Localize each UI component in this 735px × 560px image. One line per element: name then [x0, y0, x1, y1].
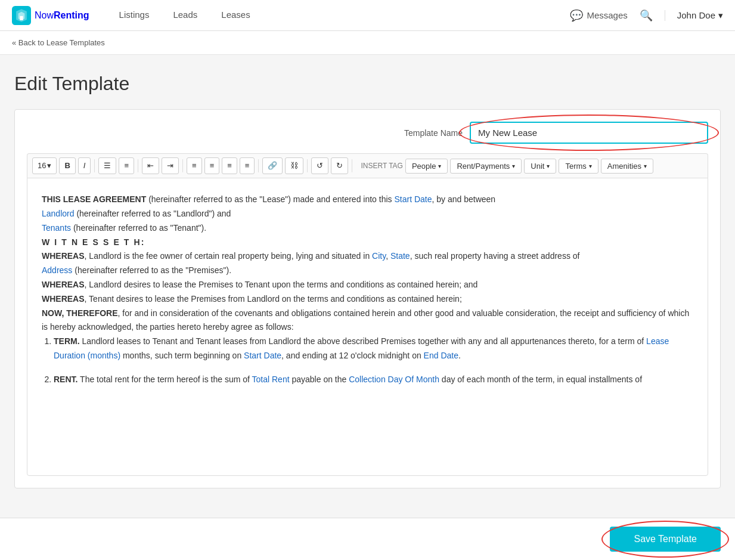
paragraph-8: WHEREAS, Tenant desires to lease the Pre… [42, 292, 693, 307]
separator-6 [352, 159, 352, 172]
outdent-button[interactable]: ⇤ [142, 157, 159, 174]
indent-button[interactable]: ⇥ [162, 157, 179, 174]
tag-end-date[interactable]: End Date [424, 351, 458, 360]
paragraph-7: WHEREAS, Landlord desires to lease the P… [42, 278, 693, 292]
terms-label: Terms [565, 162, 586, 171]
font-size-arrow: ▾ [47, 160, 51, 171]
amenities-tag-button[interactable]: Amenities ▾ [601, 159, 653, 174]
tag-city[interactable]: City [372, 251, 386, 261]
lease-list: TERM. Landlord leases to Tenant and Tena… [54, 335, 693, 386]
terms-tag-button[interactable]: Terms ▾ [559, 159, 598, 174]
paragraph-3: Tenants (hereinafter referred to as "Ten… [42, 221, 693, 236]
paragraph-6: Address (hereinafter referred to as the … [42, 264, 693, 278]
list-item-term: TERM. Landlord leases to Tenant and Tena… [54, 335, 693, 363]
chevron-down-icon: ▾ [718, 10, 723, 21]
navbar: NowRenting Listings Leads Leases 💬 Messa… [0, 0, 735, 31]
paragraph-1: THIS LEASE AGREEMENT (hereinafter referr… [42, 193, 693, 207]
rent-payments-label: Rent/Payments [457, 162, 510, 171]
messages-label: Messages [587, 10, 627, 20]
separator-4 [258, 159, 259, 172]
page-title: Edit Template [14, 73, 721, 95]
nav-messages[interactable]: 💬 Messages [570, 9, 627, 22]
people-chevron-icon: ▾ [438, 163, 441, 169]
list-item-rent: RENT. The total rent for the term hereof… [54, 373, 693, 387]
nav-right: 💬 Messages 🔍 John Doe ▾ [570, 9, 723, 22]
nav-links: Listings Leads Leases [107, 0, 570, 31]
user-name: John Doe [677, 10, 715, 20]
tag-landlord[interactable]: Landlord [42, 209, 75, 218]
tag-tenants[interactable]: Tenants [42, 223, 71, 233]
paragraph-9: NOW, THEREFORE, for and in consideration… [42, 307, 693, 335]
tag-collection-day[interactable]: Collection Day Of Month [349, 375, 439, 384]
font-size-value: 16 [38, 160, 46, 171]
tag-state[interactable]: State [390, 251, 410, 261]
rent-payments-tag-button[interactable]: Rent/Payments ▾ [450, 159, 522, 174]
template-name-label: Template Name [404, 128, 463, 138]
tag-address[interactable]: Address [42, 265, 72, 275]
toolbar: 16 ▾ B I ☰ ≡ ⇤ ⇥ ≡ ≡ ≡ ≡ 🔗 ⛓ ↺ [27, 153, 708, 178]
insert-tag-label: INSERT TAG [361, 162, 402, 170]
unit-chevron-icon: ▾ [547, 163, 550, 169]
unit-tag-button[interactable]: Unit ▾ [524, 159, 556, 174]
rent-payments-chevron-icon: ▾ [512, 163, 515, 169]
template-name-input[interactable] [470, 122, 708, 144]
nav-leads[interactable]: Leads [161, 0, 209, 31]
ordered-list-button[interactable]: ≡ [119, 157, 134, 174]
separator-3 [182, 159, 183, 172]
paragraph-4: W I T N E S S E T H: [42, 236, 693, 250]
back-to-lease-templates[interactable]: « Back to Lease Templates [12, 38, 105, 47]
tag-start-date-1[interactable]: Start Date [394, 194, 432, 204]
paragraph-5: WHEREAS, Landlord is the fee owner of ce… [42, 249, 693, 264]
svg-rect-1 [20, 16, 23, 20]
separator-1 [94, 159, 95, 172]
template-name-row: Template Name [27, 122, 708, 144]
amenities-chevron-icon: ▾ [644, 163, 647, 169]
tag-total-rent[interactable]: Total Rent [252, 375, 290, 384]
amenities-label: Amenities [607, 162, 641, 171]
messages-icon: 💬 [570, 9, 583, 22]
template-name-input-wrapper [470, 122, 708, 144]
font-size-select[interactable]: 16 ▾ [32, 157, 57, 174]
brand-icon [12, 6, 31, 25]
separator-5 [307, 159, 308, 172]
search-icon[interactable]: 🔍 [640, 9, 653, 22]
unit-label: Unit [531, 162, 544, 171]
redo-button[interactable]: ↻ [331, 157, 348, 174]
paragraph-2: Landlord (hereinafter referred to as "La… [42, 207, 693, 221]
brand-name: NowRenting [35, 10, 89, 21]
tag-start-date-2[interactable]: Start Date [244, 351, 281, 360]
align-center-button[interactable]: ≡ [204, 157, 220, 174]
bold-button[interactable]: B [59, 157, 75, 174]
link-button[interactable]: 🔗 [262, 157, 283, 174]
separator-2 [138, 159, 138, 172]
tag-lease-duration[interactable]: Lease Duration (months) [54, 336, 669, 360]
page-content: Edit Template Template Name 16 ▾ B I ☰ ≡ [0, 55, 735, 506]
nav-listings[interactable]: Listings [107, 0, 162, 31]
align-right-button[interactable]: ≡ [222, 157, 237, 174]
unlink-button[interactable]: ⛓ [285, 157, 303, 174]
align-left-button[interactable]: ≡ [187, 157, 202, 174]
people-tag-label: People [412, 162, 436, 171]
undo-button[interactable]: ↺ [311, 157, 328, 174]
unordered-list-button[interactable]: ☰ [98, 157, 116, 174]
user-menu[interactable]: John Doe ▾ [665, 10, 723, 21]
people-tag-button[interactable]: People ▾ [405, 159, 448, 174]
breadcrumb-bar: « Back to Lease Templates [0, 31, 735, 55]
align-justify-button[interactable]: ≡ [240, 157, 255, 174]
italic-button[interactable]: I [78, 157, 91, 174]
editor-content[interactable]: THIS LEASE AGREEMENT (hereinafter referr… [27, 178, 708, 476]
terms-chevron-icon: ▾ [589, 163, 592, 169]
nav-leases[interactable]: Leases [209, 0, 262, 31]
brand-logo-link[interactable]: NowRenting [12, 6, 89, 25]
editor-card: Template Name 16 ▾ B I ☰ ≡ ⇤ ⇥ [14, 109, 721, 488]
